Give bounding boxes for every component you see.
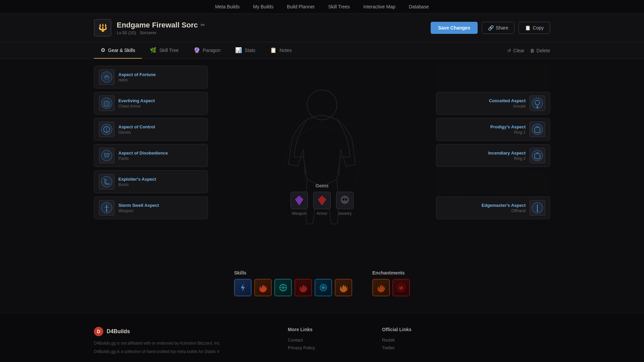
character-silhouette <box>238 66 406 267</box>
skill-3[interactable] <box>274 279 292 296</box>
footer-logo: D D4Builds <box>94 327 221 336</box>
gear-slot-pants[interactable]: Aspect of Disobedience Pants <box>94 144 208 167</box>
gem-armor-icon[interactable] <box>313 192 331 209</box>
skill-5[interactable] <box>315 279 332 296</box>
footer-link-privacy[interactable]: Privacy Policy <box>288 345 315 350</box>
save-button[interactable]: Save Changes <box>431 22 478 34</box>
copy-icon: 📋 <box>525 25 531 31</box>
build-class: Sorcerer <box>140 30 156 35</box>
header-left: 🔱 Endgame Firewall Sorc ✏ Lv.50 (10) Sor… <box>94 19 205 37</box>
footer-official-links: Official Links Reddit Twitter <box>382 327 412 355</box>
build-avatar: 🔱 <box>94 19 111 37</box>
nav-meta-builds[interactable]: Meta Builds <box>215 4 239 9</box>
share-button[interactable]: 🔗 Share <box>482 22 515 34</box>
tab-bar: ⚙ Gear & Skills 🌿 Skill Tree 🔮 Paragon 📊… <box>0 42 644 59</box>
gear-slot-offhand[interactable]: Edgemaster's Aspect Offhand <box>436 196 550 219</box>
tabs-left: ⚙ Gear & Skills 🌿 Skill Tree 🔮 Paragon 📊… <box>94 42 299 59</box>
footer-more-links-title: More Links <box>288 327 315 332</box>
gear-slot-empty-top[interactable] <box>436 66 550 88</box>
clear-button[interactable]: ↺ Clear <box>507 43 524 58</box>
empty-top-icon <box>530 69 545 85</box>
helm-icon <box>99 69 114 85</box>
ring2-icon <box>530 148 545 163</box>
footer-link-reddit[interactable]: Reddit <box>382 338 412 343</box>
svg-point-1 <box>103 74 110 80</box>
build-name: Endgame Firewall Sorc <box>117 21 198 29</box>
gear-slot-empty-mid[interactable] <box>436 170 550 193</box>
gear-slot-weapon[interactable]: Storm Swell Aspect Weapon <box>94 196 208 219</box>
gear-slot-gloves[interactable]: Aspect of Control Gloves <box>94 118 208 141</box>
footer-brand: D D4Builds D4Builds.gg is not affiliated… <box>94 327 221 355</box>
gem-jewelry-label: Jewelry <box>338 211 352 216</box>
skill-2[interactable] <box>254 279 272 296</box>
gear-slot-ring1[interactable]: Prodigy's Aspect Ring 1 <box>436 118 550 141</box>
gear-slot-boots[interactable]: Exploiter's Aspect Boots <box>94 170 208 193</box>
nav-database[interactable]: Database <box>409 4 429 9</box>
gem-armor[interactable]: Armor <box>313 192 331 216</box>
gear-slot-chest[interactable]: Everliving Aspect Chest Armor <box>94 92 208 115</box>
page-footer: D D4Builds D4Builds.gg is not affiliated… <box>0 313 644 362</box>
gear-icon: ⚙ <box>101 47 105 53</box>
delete-button[interactable]: 🗑 Delete <box>530 43 550 58</box>
footer-desc-line2: D4Builds.gg is a collection of hand-craf… <box>94 349 221 355</box>
svg-point-12 <box>307 90 337 120</box>
svg-point-21 <box>345 198 347 200</box>
gem-weapon[interactable]: Weapon <box>290 192 308 216</box>
delete-icon: 🗑 <box>530 48 535 53</box>
svg-point-11 <box>106 210 107 212</box>
notes-icon: 📋 <box>270 47 277 53</box>
footer-more-links: More Links Contact Privacy Policy <box>288 327 315 355</box>
gear-slot-amulet[interactable]: Conceited Aspect Amulet <box>436 92 550 115</box>
nav-my-builds[interactable]: My Builds <box>253 4 273 9</box>
chest-icon <box>99 96 114 111</box>
weapon-icon <box>99 200 114 216</box>
gem-jewelry[interactable]: Jewelry <box>336 192 354 216</box>
enchantment-2[interactable] <box>392 279 410 296</box>
enchantments-section: Enchantments <box>372 270 410 296</box>
skill-6[interactable] <box>335 279 352 296</box>
tab-gear-and-skills[interactable]: ⚙ Gear & Skills <box>94 42 142 59</box>
svg-point-26 <box>532 124 543 135</box>
edit-build-icon[interactable]: ✏ <box>201 22 205 28</box>
gear-slot-helm[interactable]: Aspect of Fortune Helm <box>94 66 208 88</box>
nav-build-planner[interactable]: Build Planner <box>287 4 315 9</box>
nav-interactive-map[interactable]: Interactive Map <box>363 4 395 9</box>
skill-1[interactable] <box>234 279 252 296</box>
gloves-icon <box>99 122 114 137</box>
gem-weapon-icon[interactable] <box>290 192 308 209</box>
svg-point-20 <box>342 198 344 200</box>
enchantment-1[interactable] <box>372 279 390 296</box>
gems-section: Gems Weapon <box>290 183 354 216</box>
tab-stats[interactable]: 📊 Stats <box>228 42 262 59</box>
footer-link-contact[interactable]: Contact <box>288 338 315 343</box>
svg-point-25 <box>537 107 538 108</box>
gems-area: Gems Weapon <box>290 176 354 216</box>
empty-mid-icon <box>530 174 545 189</box>
offhand-icon <box>530 200 545 216</box>
enchantments-row <box>372 279 410 296</box>
skill-4[interactable] <box>294 279 312 296</box>
nav-skill-trees[interactable]: Skill Trees <box>328 4 350 9</box>
tab-skill-tree[interactable]: 🌿 Skill Tree <box>143 42 185 59</box>
build-info: Endgame Firewall Sorc ✏ Lv.50 (10) Sorce… <box>117 21 205 35</box>
build-title-row: Endgame Firewall Sorc ✏ <box>117 21 205 29</box>
copy-button[interactable]: 📋 Copy <box>519 22 550 34</box>
clear-icon: ↺ <box>507 48 511 53</box>
tab-notes[interactable]: 📋 Notes <box>263 42 299 59</box>
footer-link-twitter[interactable]: Twitter <box>382 345 412 350</box>
svg-point-27 <box>536 126 538 128</box>
share-icon: 🔗 <box>488 25 494 31</box>
gem-jewelry-icon[interactable] <box>336 192 354 209</box>
skills-section: Skills <box>234 270 352 296</box>
gear-slot-ring2[interactable]: Incendiary Aspect Ring 2 <box>436 144 550 167</box>
main-content: Aspect of Fortune Helm Everliving Aspect… <box>0 59 644 313</box>
skills-row <box>234 279 352 296</box>
tab-paragon[interactable]: 🔮 Paragon <box>187 42 227 59</box>
gem-armor-label: Armor <box>317 211 328 216</box>
top-navigation: Meta Builds My Builds Build Planner Skil… <box>0 0 644 14</box>
svg-point-28 <box>532 150 543 161</box>
ring1-icon <box>530 122 545 137</box>
page-header: 🔱 Endgame Firewall Sorc ✏ Lv.50 (10) Sor… <box>0 14 644 42</box>
svg-point-29 <box>536 152 538 154</box>
footer-desc-line1: D4Builds.gg is not affiliated with or en… <box>94 340 221 347</box>
